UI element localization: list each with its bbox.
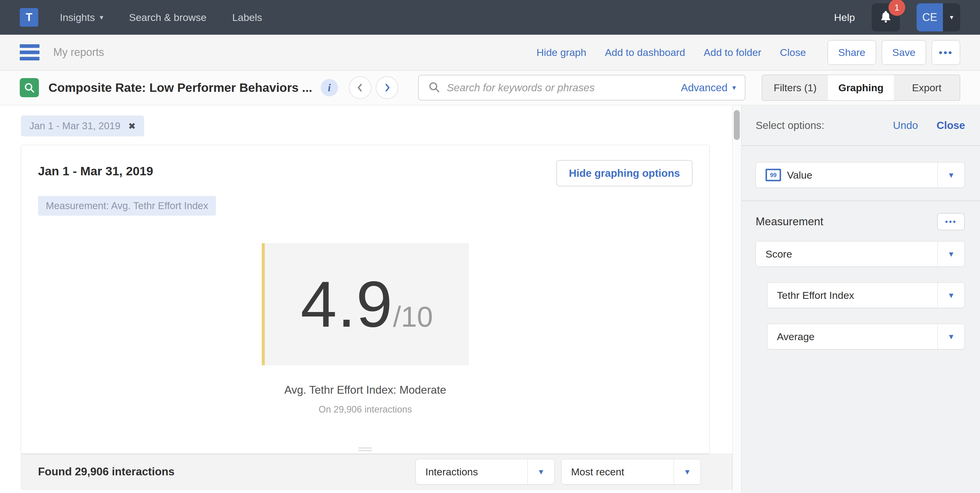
measurement-header: Measurement •••: [756, 213, 965, 231]
caret-down-icon: ▼: [937, 283, 964, 308]
sort-order-select[interactable]: Most recent ▼: [561, 459, 701, 485]
notifications-button[interactable]: 1: [872, 3, 900, 32]
vertical-scrollbar[interactable]: [732, 105, 741, 493]
aggregation-select[interactable]: Average ▼: [767, 324, 965, 350]
interaction-type-select[interactable]: Interactions ▼: [415, 459, 555, 485]
value-section: 99 Value ▼: [741, 146, 980, 200]
breadcrumb[interactable]: My reports: [53, 46, 104, 59]
remove-filter-icon[interactable]: ✖: [128, 121, 136, 131]
measurement-title: Measurement: [756, 215, 823, 228]
toolbar-actions: Hide graph Add to dashboard Add to folde…: [537, 40, 960, 65]
panel-links: Undo Close: [893, 119, 965, 131]
resize-handle[interactable]: [358, 446, 372, 451]
hide-graphing-options-button[interactable]: Hide graphing options: [557, 160, 692, 186]
tab-export[interactable]: Export: [894, 75, 960, 100]
score-card: Jan 1 - Mar 31, 2019 Hide graphing optio…: [21, 145, 710, 454]
chevron-down-icon: ▾: [732, 83, 736, 92]
caret-down-icon: ▼: [937, 162, 964, 188]
page-title: Composite Rate: Low Performer Behaviors …: [48, 81, 312, 95]
found-controls: Interactions ▼ Most recent ▼: [415, 459, 701, 485]
score-caption: Avg. Tethr Effort Index: Moderate: [38, 384, 692, 396]
metric-select[interactable]: Tethr Effort Index ▼: [767, 282, 965, 308]
measurement-selects: Score ▼ Tethr Effort Index ▼ Average ▼: [756, 241, 965, 350]
info-icon[interactable]: i: [321, 79, 338, 96]
chevron-down-icon: ▾: [100, 13, 103, 22]
report-main: Jan 1 - Mar 31, 2019 ✖ Jan 1 - Mar 31, 2…: [0, 105, 732, 493]
add-to-dashboard-link[interactable]: Add to dashboard: [605, 47, 685, 58]
score-subcaption: On 29,906 interactions: [38, 404, 692, 415]
previous-report-button[interactable]: [349, 76, 372, 99]
value-type-select[interactable]: 99 Value ▼: [756, 162, 965, 188]
found-interactions-bar: Found 29,906 interactions Interactions ▼…: [21, 454, 732, 490]
score-select[interactable]: Score ▼: [756, 241, 965, 267]
menu-icon[interactable]: [20, 44, 40, 60]
report-toolbar: My reports Hide graph Add to dashboard A…: [0, 35, 980, 71]
score-denominator: /10: [393, 301, 433, 332]
caret-down-icon: ▼: [937, 324, 964, 349]
nav-labels[interactable]: Labels: [232, 12, 262, 23]
more-actions-button[interactable]: •••: [932, 40, 960, 65]
search-icon: [428, 81, 440, 95]
card-date-heading: Jan 1 - Mar 31, 2019: [38, 160, 153, 178]
nav-insights[interactable]: Insights ▾: [60, 12, 103, 23]
measurement-tag: Measurement: Avg. Tethr Effort Index: [38, 196, 216, 216]
graphing-options-panel: Select options: Undo Close 99 Value ▼ Me…: [741, 105, 980, 493]
panel-close-link[interactable]: Close: [937, 119, 965, 131]
score-value: 4.9: [301, 268, 393, 340]
caret-down-icon: ▼: [674, 459, 701, 484]
score-line: 4.9/10: [301, 267, 433, 342]
keyword-search: Advanced ▾: [418, 75, 746, 100]
score-card-header: Jan 1 - Mar 31, 2019 Hide graphing optio…: [38, 160, 692, 186]
primary-nav: Insights ▾ Search & browse Labels: [60, 12, 262, 23]
caret-down-icon: ▼: [937, 242, 964, 267]
caret-down-icon: ▼: [527, 459, 554, 484]
notification-badge: 1: [888, 0, 905, 16]
report-search-icon: [20, 78, 39, 97]
tab-filters[interactable]: Filters (1): [762, 75, 828, 100]
report-titlebar: Composite Rate: Low Performer Behaviors …: [0, 71, 980, 105]
number-value-icon: 99: [765, 169, 781, 181]
report-tabs: Filters (1) Graphing Export: [762, 75, 960, 101]
share-button[interactable]: Share: [827, 40, 876, 65]
score-display: 4.9/10: [262, 243, 469, 365]
chevron-down-icon: ▾: [943, 3, 960, 32]
advanced-search-toggle[interactable]: Advanced ▾: [681, 82, 736, 94]
toolbar-buttons: Share Save •••: [827, 40, 960, 65]
measurement-more-button[interactable]: •••: [937, 213, 965, 231]
date-range-chip[interactable]: Jan 1 - Mar 31, 2019 ✖: [21, 116, 144, 137]
tethr-logo[interactable]: T: [20, 8, 38, 27]
undo-link[interactable]: Undo: [893, 119, 918, 131]
hide-graph-link[interactable]: Hide graph: [537, 47, 586, 58]
add-to-folder-link[interactable]: Add to folder: [703, 47, 761, 58]
scrollbar-thumb[interactable]: [734, 110, 740, 140]
report-pager: [349, 76, 398, 99]
help-link[interactable]: Help: [834, 12, 855, 23]
measurement-section: Measurement ••• Score ▼ Tethr Effort Ind…: [741, 201, 980, 350]
avatar: CE: [916, 3, 943, 32]
close-link[interactable]: Close: [780, 47, 806, 58]
content-area: Jan 1 - Mar 31, 2019 ✖ Jan 1 - Mar 31, 2…: [0, 105, 980, 493]
account-menu[interactable]: CE ▾: [916, 3, 960, 32]
panel-header: Select options: Undo Close: [741, 105, 980, 145]
topnav-right: Help 1 CE ▾: [834, 3, 960, 32]
panel-title: Select options:: [756, 119, 824, 131]
found-count: Found 29,906 interactions: [38, 466, 174, 478]
next-report-button[interactable]: [376, 76, 398, 99]
nav-search-browse[interactable]: Search & browse: [129, 12, 207, 23]
save-button[interactable]: Save: [881, 40, 926, 65]
tab-graphing[interactable]: Graphing: [828, 75, 894, 100]
top-navbar: T Insights ▾ Search & browse Labels Help…: [0, 0, 980, 35]
search-input[interactable]: [447, 82, 681, 94]
